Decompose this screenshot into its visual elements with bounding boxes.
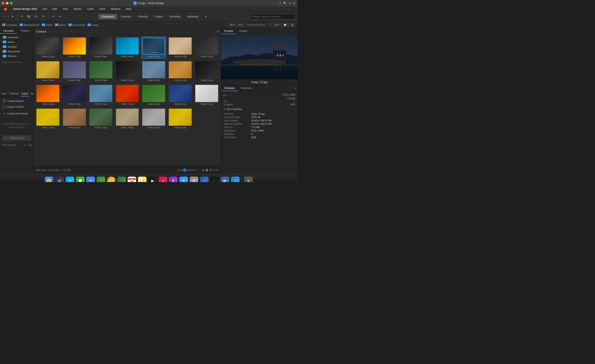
breadcrumb-admin[interactable]: admin: [55, 24, 66, 26]
dock-sysprefs[interactable]: ⚙: [189, 176, 199, 182]
titlebar-icon-3[interactable]: ⊞: [289, 2, 291, 5]
thumb-item-12[interactable]: image_13.jpg: [168, 60, 192, 82]
list-view-btn[interactable]: ☰: [209, 168, 212, 172]
thumb-item-4[interactable]: ⊘★★★★★image_05.jpg: [141, 37, 166, 59]
new-folder-btn[interactable]: 📁: [282, 23, 288, 27]
apple-menu[interactable]: 🍎: [2, 7, 9, 11]
thumb-item-24[interactable]: image_25.jpg: [115, 108, 140, 130]
history-back[interactable]: ↺: [20, 14, 24, 19]
thumb-item-19[interactable]: image_20.jpg: [168, 84, 192, 106]
tab-publish[interactable]: Publish: [236, 28, 251, 34]
thumb-item-22[interactable]: image_23.jpg: [62, 108, 87, 130]
tab-filmstrip[interactable]: Filmstrip: [135, 14, 151, 19]
thumb-item-17[interactable]: image_18.jpg: [115, 84, 140, 106]
thumb-item-1[interactable]: image_02.jpg: [62, 37, 87, 59]
breadcrumb-documents[interactable]: Documents: [69, 24, 85, 26]
thumb-item-13[interactable]: image_14.jpg: [194, 60, 219, 82]
dock-safari[interactable]: ⊙: [65, 176, 75, 182]
tab-keywords[interactable]: Keywords: [238, 85, 255, 91]
dock-mail[interactable]: ✉: [86, 176, 95, 182]
tab-preview[interactable]: Preview: [221, 28, 236, 34]
edit-progress-btn[interactable]: ✏: [24, 144, 26, 147]
detail-view-btn[interactable]: ≡: [213, 168, 216, 172]
thumb-item-6[interactable]: image_07.jpg: [194, 37, 219, 59]
file-properties-header[interactable]: ▼ File Properties: [222, 107, 296, 111]
search-input[interactable]: [250, 14, 295, 19]
zoom-in-btn[interactable]: +: [196, 168, 198, 172]
dock-terminal[interactable]: $_: [210, 176, 219, 182]
dock-mindnode[interactable]: △: [199, 176, 209, 182]
menu-view[interactable]: View: [61, 7, 70, 11]
filter-btn[interactable]: ⊛ ▾: [237, 23, 244, 27]
content-menu-button[interactable]: ≡: [217, 30, 219, 33]
add-progress-btn[interactable]: +: [27, 144, 28, 147]
close-button[interactable]: [2, 2, 5, 5]
panel-tab-export[interactable]: Export: [20, 91, 29, 96]
fav-item-admin[interactable]: admin: [1, 40, 33, 44]
panel-tab-filter[interactable]: Filter: [0, 91, 8, 96]
dock-facetime[interactable]: 📹: [117, 176, 126, 182]
dock-maps[interactable]: 📍: [96, 176, 106, 182]
thumb-item-5[interactable]: image_06.jpg: [168, 37, 192, 59]
undo-btn[interactable]: ↩: [51, 14, 56, 19]
create-preset-btn[interactable]: + Create new Preset: [0, 111, 34, 117]
dock-appletv[interactable]: ▶: [148, 176, 157, 182]
preset-custom-export[interactable]: Custom Export: [0, 98, 34, 104]
thumb-item-16[interactable]: image_17.jpg: [89, 84, 113, 106]
thumb-item-3[interactable]: image_04.jpg: [115, 37, 140, 59]
delete-progress-btn[interactable]: 🗑: [29, 144, 32, 147]
fav-item-desktop[interactable]: Desktop: [1, 44, 33, 49]
thumb-item-0[interactable]: image_01.jpg: [35, 37, 60, 59]
thumb-item-2[interactable]: image_03.jpg: [89, 37, 113, 59]
dock-music[interactable]: ♫: [158, 176, 168, 182]
menu-window[interactable]: Window: [109, 7, 122, 11]
dock-launchpad[interactable]: ⊞: [55, 176, 64, 182]
tab-essentials[interactable]: Essentials: [99, 14, 117, 19]
menu-edit[interactable]: Edit: [50, 7, 59, 11]
thumb-item-23[interactable]: image_24.jpg: [89, 108, 113, 130]
sidebar-tab-folders[interactable]: Folders: [17, 28, 34, 34]
dock-photos[interactable]: 🌸: [106, 176, 116, 182]
thumb-item-15[interactable]: image_16.jpg: [62, 84, 87, 106]
thumb-item-26[interactable]: image_27.jpg: [168, 108, 192, 130]
thumb-item-10[interactable]: image_11.jpg: [115, 60, 140, 82]
tab-metadata[interactable]: Metadata: [184, 14, 202, 19]
view-options-btn[interactable]: ⊞ ▾: [229, 23, 236, 27]
thumb-item-20[interactable]: image_21.jpg: [194, 84, 219, 106]
menu-app[interactable]: Adobe Bridge 2022: [11, 7, 39, 11]
thumbnail-size-btn[interactable]: ⊞ ▾: [273, 23, 281, 27]
tab-metadata[interactable]: Metadata: [221, 85, 238, 91]
start-export-button[interactable]: Start Export: [2, 135, 31, 141]
breadcrumb-users[interactable]: Users: [42, 24, 53, 26]
dock-calendar[interactable]: MAY 15: [127, 176, 137, 182]
fav-item-documents[interactable]: Documents: [1, 49, 33, 54]
menu-tools[interactable]: Tools: [97, 7, 107, 11]
titlebar-icon-1[interactable]: ⬆: [279, 2, 281, 5]
dock-transporter[interactable]: ↓: [231, 176, 240, 182]
titlebar-icon-2[interactable]: 🔍: [283, 2, 287, 5]
dock-bridge[interactable]: Br: [220, 176, 230, 182]
tab-more[interactable]: ▾: [202, 14, 210, 19]
dock-finder[interactable]: 🙂: [44, 176, 54, 182]
forward-button[interactable]: ›: [6, 14, 10, 19]
camera-btn[interactable]: 📷: [26, 14, 32, 19]
thumb-item-7[interactable]: image_08.jpg: [35, 60, 60, 82]
tab-workflow[interactable]: Workflow: [166, 14, 184, 19]
metadata-menu-btn[interactable]: ≡: [292, 85, 298, 91]
thumb-item-14[interactable]: image_15.jpg: [35, 84, 60, 106]
fav-item-computer[interactable]: Computer: [1, 35, 33, 40]
thumb-item-9[interactable]: image_10.jpg: [89, 60, 113, 82]
preset-export-dng[interactable]: Export To DNG: [0, 104, 34, 110]
refresh-btn[interactable]: ↻: [41, 14, 46, 19]
tab-libraries[interactable]: Libraries: [118, 14, 134, 19]
panel-tab-workflow[interactable]: Workflow: [29, 91, 34, 96]
zoom-slider[interactable]: [177, 170, 195, 171]
dock-trash[interactable]: 🗑: [244, 176, 253, 182]
menu-help[interactable]: Help: [124, 7, 133, 11]
grid-view-btn[interactable]: ⊞: [201, 168, 205, 172]
dock-appstore[interactable]: A: [179, 176, 188, 182]
copy-btn[interactable]: ⎘▾: [33, 14, 40, 19]
dock-podcasts[interactable]: 🎙: [169, 176, 178, 182]
sidebar-tab-favorites[interactable]: Favorites: [0, 28, 17, 34]
fullscreen-button[interactable]: [10, 2, 13, 5]
